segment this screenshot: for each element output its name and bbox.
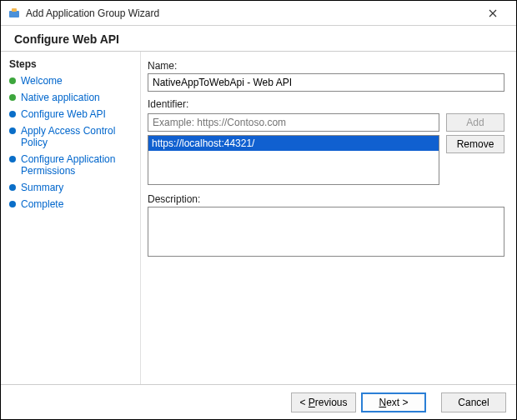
steps-list: Welcome Native application Configure Web…	[9, 75, 132, 210]
svg-rect-0	[9, 11, 19, 18]
identifier-label: Identifier:	[148, 98, 504, 110]
bullet-icon	[9, 184, 16, 191]
page-title: Configure Web API	[14, 32, 503, 46]
identifier-input[interactable]	[148, 113, 439, 132]
steps-panel: Steps Welcome Native application Configu…	[1, 52, 141, 384]
name-label: Name:	[148, 60, 504, 72]
window-title: Add Application Group Wizard	[26, 8, 476, 19]
bullet-icon	[9, 111, 16, 118]
next-button[interactable]: Next >	[361, 392, 426, 412]
svg-rect-1	[12, 8, 17, 12]
remove-button[interactable]: Remove	[446, 135, 504, 153]
app-icon	[8, 7, 21, 20]
bullet-icon	[9, 128, 16, 134]
step-link[interactable]: Apply Access Control Policy	[21, 125, 132, 148]
bullet-icon	[9, 78, 16, 84]
description-label: Description:	[148, 193, 504, 205]
step-native-application[interactable]: Native application	[9, 92, 132, 103]
step-welcome[interactable]: Welcome	[9, 75, 132, 87]
bullet-icon	[9, 201, 16, 208]
add-button: Add	[446, 113, 504, 132]
step-apply-access-control-policy[interactable]: Apply Access Control Policy	[9, 125, 132, 148]
steps-heading: Steps	[9, 58, 132, 70]
title-bar: Add Application Group Wizard	[1, 1, 516, 26]
step-link[interactable]: Configure Application Permissions	[21, 153, 132, 177]
identifier-list-item[interactable]: https://localhost:44321/	[148, 136, 439, 151]
footer: < Previous Next > Cancel	[1, 384, 516, 419]
step-link[interactable]: Welcome	[21, 75, 63, 87]
content-panel: Name: Identifier: Add https://localhost:…	[141, 52, 516, 384]
step-complete[interactable]: Complete	[9, 198, 132, 210]
identifier-list[interactable]: https://localhost:44321/	[148, 135, 439, 185]
step-summary[interactable]: Summary	[9, 182, 132, 193]
step-configure-application-permissions[interactable]: Configure Application Permissions	[9, 153, 132, 177]
cancel-button[interactable]: Cancel	[441, 392, 506, 412]
step-link[interactable]: Complete	[21, 198, 63, 210]
name-input[interactable]	[148, 73, 504, 92]
bullet-icon	[9, 94, 16, 101]
previous-button[interactable]: < Previous	[291, 392, 356, 412]
bullet-icon	[9, 156, 16, 162]
step-link[interactable]: Summary	[21, 182, 63, 193]
close-button[interactable]	[476, 2, 509, 25]
step-link[interactable]: Configure Web API	[21, 108, 106, 120]
step-link[interactable]: Native application	[21, 92, 100, 103]
page-header: Configure Web API	[1, 26, 516, 52]
step-configure-web-api[interactable]: Configure Web API	[9, 108, 132, 120]
description-input[interactable]	[148, 207, 504, 257]
wizard-window: Add Application Group Wizard Configure W…	[0, 0, 517, 420]
